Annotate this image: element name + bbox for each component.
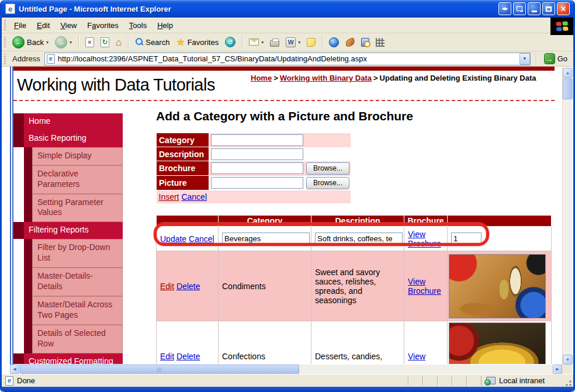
resize-grip[interactable] [564,379,572,387]
toolbar-grip[interactable] [4,54,6,64]
scroll-up-button[interactable]: ▲ [563,68,573,78]
status-text: Done [17,376,35,385]
discuss-button[interactable] [304,37,318,48]
sidebar-item-home[interactable]: Home [13,113,123,130]
scroll-right-button[interactable]: ▶ [553,365,562,374]
addon-button-1[interactable] [343,37,357,47]
address-url: http://localhost:2396/ASPNET_Data_Tutori… [58,54,367,63]
research-button[interactable] [359,37,372,48]
delete-link[interactable]: Delete [176,352,200,361]
scroll-down-button[interactable]: ▼ [563,355,573,365]
home-icon: ⌂ [116,37,122,47]
view-brochure-link[interactable]: View Brochure [408,230,441,248]
print-icon [270,40,279,47]
scroll-left-icon: ◀ [13,367,16,372]
menu-view[interactable]: View [56,19,81,32]
back-button[interactable]: ← Back ▾ [10,35,51,50]
menu-help[interactable]: Help [153,19,178,32]
update-link[interactable]: Update [160,234,186,244]
description-field[interactable] [211,148,303,160]
address-dropdown-button[interactable]: ▼ [519,53,530,65]
breadcrumb-home-link[interactable]: Home [251,74,272,82]
toolbar-separator [78,36,79,48]
vertical-scrollbar[interactable]: ▲ ▼ [562,68,572,365]
forward-icon: → [55,36,67,48]
insert-cancel-link[interactable]: Cancel [181,192,207,202]
insert-link[interactable]: Insert [159,192,179,202]
menu-file[interactable]: File [9,19,31,32]
search-button[interactable]: Search [133,37,172,48]
sidebar-item-basic-reporting[interactable]: Basic Reporting [13,130,123,147]
mail-dropdown-icon[interactable]: ▾ [261,40,264,45]
home-button[interactable]: ⌂ [113,36,124,48]
menu-tools[interactable]: Tools [124,19,151,32]
scroll-left-button[interactable]: ◀ [10,365,19,374]
sidebar-item-details-of-selected-row[interactable]: Details of Selected Row [24,325,123,353]
menu-edit[interactable]: Edit [32,19,54,32]
mail-icon [249,39,259,46]
menu-favorites[interactable]: Favorites [82,19,123,32]
go-label: Go [557,54,567,63]
vertical-scroll-thumb[interactable] [563,78,573,99]
sidebar-item-master-detail-two-pages[interactable]: Master/Detail Across Two Pages [24,296,123,325]
fox-addon-icon [345,37,356,47]
status-empty-pane [452,376,466,386]
sidebar-item-customized-formatting[interactable]: Customized Formatting [13,353,123,365]
ie-window: e Untitled Page - Microsoft Internet Exp… [0,0,575,392]
edit-link[interactable]: Edit [160,352,174,361]
titlebar-arrows-button[interactable]: ◀▶ [498,2,511,15]
menu-bar: File Edit View Favorites Tools Help [2,18,573,33]
sidebar-item-master-details-details[interactable]: Master-Details-Details [24,268,123,296]
mail-button[interactable]: ▾ [247,37,266,47]
go-button[interactable]: → Go [542,53,570,65]
edit-with-word-button[interactable]: W ▾ [283,36,303,48]
close-icon: × [561,4,566,13]
sidebar-item-filtering-reports[interactable]: Filtering Reports [13,222,123,239]
edit-picture-input[interactable] [451,233,482,245]
sidebar-item-filter-by-dropdown-list[interactable]: Filter by Drop-Down List [24,239,123,268]
forward-button[interactable]: → ▾ [53,35,74,50]
edit-link[interactable]: Edit [160,282,174,291]
horizontal-scroll-thumb[interactable] [20,365,299,374]
sidebar-item-setting-parameter-values[interactable]: Setting Parameter Values [24,194,123,223]
refresh-button[interactable]: ↻ [98,36,112,48]
edit-category-input[interactable] [222,233,310,245]
history-button[interactable]: ↺ [223,36,238,48]
delete-link[interactable]: Delete [176,282,200,291]
favorites-button[interactable]: ★ Favorites [174,36,221,48]
toolbar-grip[interactable] [4,37,6,47]
view-brochure-link[interactable]: View [408,352,425,361]
forward-dropdown-icon[interactable]: ▾ [70,40,72,45]
breadcrumb-section-link[interactable]: Working with Binary Data [280,74,372,82]
maximize-button[interactable] [542,2,555,15]
minimize-button[interactable] [528,2,541,15]
toolbar-grip[interactable] [4,20,6,30]
brochure-browse-button[interactable]: Browse... [306,162,349,175]
close-button[interactable]: × [557,2,570,15]
cancel-link[interactable]: Cancel [189,234,214,244]
sidebar-item-simple-display[interactable]: Simple Display [24,147,123,165]
window-bottom-frame [2,387,573,392]
categories-grid: Category Description Brochure Update Can… [156,215,552,364]
print-button[interactable] [268,37,282,48]
brochure-upload-field[interactable] [211,162,303,174]
sidebar-item-declarative-parameters[interactable]: Declarative Parameters [24,165,123,194]
stop-button[interactable]: × [83,36,96,48]
edit-description-input[interactable] [315,233,403,245]
grid-header-picture [448,216,552,227]
favorites-star-icon: ★ [176,37,185,47]
address-input[interactable]: e http://localhost:2396/ASPNET_Data_Tuto… [44,53,531,65]
insert-form: Category Description Brochure B [156,133,351,203]
back-dropdown-icon[interactable]: ▾ [46,40,49,45]
horizontal-scrollbar[interactable]: ◀ ▶ [10,365,562,374]
go-arrow-icon: → [544,53,555,64]
titlebar-popout-button[interactable] [513,2,526,15]
grid-icon [376,38,385,47]
quick-launch-button[interactable] [373,37,387,48]
messenger-button[interactable] [327,36,341,48]
picture-upload-field[interactable] [211,177,303,189]
category-field[interactable] [211,134,303,146]
view-brochure-link[interactable]: View Brochure [408,277,441,296]
picture-browse-button[interactable]: Browse... [306,177,349,189]
word-dropdown-icon[interactable]: ▾ [298,40,300,45]
